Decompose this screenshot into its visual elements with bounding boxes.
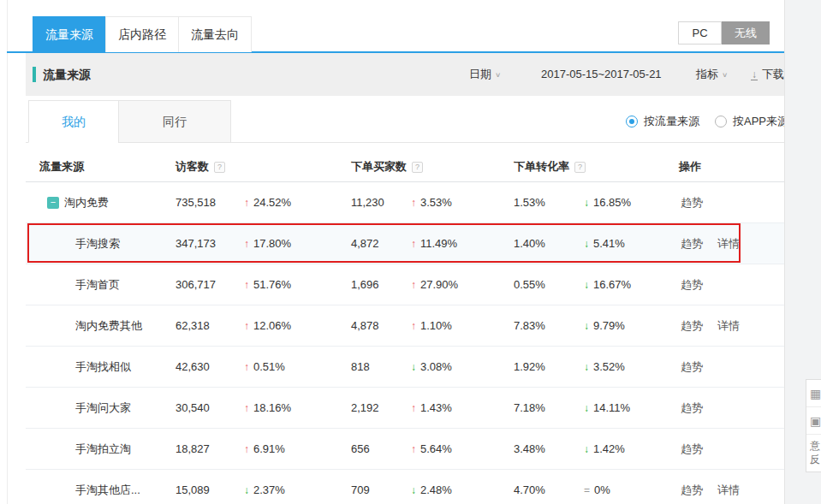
trend-link[interactable]: 趋势 (681, 483, 703, 496)
trend-arrow-icon: ↓ (584, 443, 589, 455)
trend-arrow-icon: ↓ (411, 361, 416, 373)
help-icon[interactable]: ? (574, 162, 586, 173)
tab-traffic-source[interactable]: 流量来源 (33, 16, 106, 52)
buyers-value: 4,872 (351, 223, 379, 264)
visitors-value: 18,827 (176, 429, 210, 470)
page-edge-divider (7, 0, 8, 504)
row-actions: 趋势 (681, 264, 717, 305)
buyers-delta: ↑1.43% (411, 388, 452, 429)
row-label: 手淘其他店... (75, 470, 140, 504)
buyers-delta: ↑5.64% (411, 429, 452, 470)
visitors-delta: ↑12.06% (244, 305, 291, 347)
trend-arrow-icon: ↑ (244, 402, 249, 414)
trend-link[interactable]: 趋势 (681, 319, 703, 332)
qr-code-icon[interactable]: ▦ (806, 380, 821, 407)
conversion-value: 7.18% (514, 388, 545, 429)
conversion-value: 1.92% (514, 347, 545, 388)
conversion-delta: ↓9.79% (584, 305, 625, 347)
visitors-value: 735,518 (176, 182, 216, 223)
tab-traffic-destination[interactable]: 流量去向 (178, 16, 252, 52)
conversion-delta: ↓14.11% (584, 388, 630, 429)
visitors-delta: ↓2.37% (244, 470, 285, 504)
buyers-delta: ↓3.08% (411, 347, 452, 388)
visitors-value: 347,173 (176, 223, 216, 264)
source-mode-radios: 按流量来源 按APP来源 (626, 100, 788, 143)
trend-link[interactable]: 趋势 (681, 442, 703, 455)
table-row: − 淘内免费 735,518 ↑24.52% 11,230 ↑3.53% 1.5… (26, 182, 784, 223)
trend-link[interactable]: 趋势 (681, 196, 703, 209)
row-actions: 趋势详情 (681, 305, 754, 347)
row-actions: 趋势 (681, 388, 717, 429)
download-button[interactable]: ↓下载 (751, 53, 784, 96)
trend-arrow-icon: ↑ (411, 197, 416, 209)
trend-arrow-icon: ↑ (411, 279, 416, 291)
feedback-label[interactable]: 意 反 (806, 435, 821, 471)
radio-icon (626, 116, 638, 127)
radio-by-app-source[interactable]: 按APP来源 (715, 114, 788, 129)
page-title: 流量来源 (43, 53, 91, 96)
col-traffic-source: 流量来源 (39, 157, 84, 176)
date-range[interactable]: 2017-05-15~2017-05-21 (541, 53, 662, 96)
primary-tab-bar: 流量来源 店内路径 流量去向 (33, 16, 252, 52)
detail-link[interactable]: 详情 (717, 319, 740, 332)
trend-link[interactable]: 趋势 (681, 278, 703, 291)
conversion-delta: ↓1.42% (584, 429, 625, 470)
view-tab-bar: 我的 同行 (28, 100, 231, 143)
trend-arrow-icon: ↑ (244, 443, 249, 455)
trend-arrow-icon: ↑ (244, 238, 249, 250)
feedback-widget: ▦ ▣ 意 反 (806, 379, 821, 472)
visitors-delta: ↑51.76% (244, 264, 291, 305)
conversion-value: 1.40% (514, 223, 545, 264)
visitors-delta: ↑18.16% (244, 388, 291, 429)
tab-instore-path[interactable]: 店内路径 (105, 16, 179, 52)
metric-dropdown[interactable]: 指标∨ (696, 53, 728, 97)
date-dropdown[interactable]: 日期∨ (469, 53, 501, 97)
visitors-value: 42,630 (176, 347, 210, 388)
highlight-box (27, 223, 741, 263)
trend-link[interactable]: 趋势 (681, 401, 703, 414)
trend-link[interactable]: 趋势 (681, 237, 703, 250)
trend-arrow-icon: ↑ (411, 320, 416, 332)
trend-arrow-icon: ↓ (244, 484, 249, 496)
trend-arrow-icon: = (584, 484, 590, 496)
row-label: 手淘拍立淘 (75, 429, 131, 470)
conversion-delta: ↓16.67% (584, 264, 631, 305)
collapse-icon[interactable]: − (47, 197, 59, 209)
row-actions: 趋势 (681, 429, 717, 470)
trend-arrow-icon: ↑ (411, 443, 416, 455)
chevron-down-icon: ∨ (722, 58, 728, 92)
row-label: 手淘搜索 (75, 223, 120, 264)
row-actions: 趋势 (681, 347, 717, 388)
detail-link[interactable]: 详情 (717, 237, 740, 250)
tab-mine[interactable]: 我的 (28, 100, 119, 143)
trend-arrow-icon: ↑ (244, 361, 249, 373)
buyers-value: 1,696 (351, 264, 379, 305)
radio-by-traffic-source[interactable]: 按流量来源 (626, 114, 699, 129)
conversion-delta: ↓5.41% (584, 223, 625, 264)
help-icon[interactable]: ? (214, 162, 225, 173)
buyers-delta: ↑3.53% (411, 182, 452, 223)
row-label: 手淘首页 (75, 264, 120, 305)
trend-arrow-icon: ↑ (411, 402, 416, 414)
toggle-pc[interactable]: PC (678, 21, 722, 44)
col-visitors: 访客数? (176, 157, 225, 176)
feedback-box-icon[interactable]: ▣ (806, 407, 821, 435)
buyers-value: 11,230 (351, 182, 384, 223)
tab-peers[interactable]: 同行 (118, 100, 231, 143)
buyers-value: 656 (351, 429, 370, 470)
toggle-wireless[interactable]: 无线 (722, 21, 770, 44)
trend-arrow-icon: ↑ (244, 320, 249, 332)
row-actions: 趋势 (681, 182, 717, 223)
help-icon[interactable]: ? (412, 162, 423, 173)
trend-arrow-icon: ↑ (411, 238, 416, 250)
visitors-value: 62,318 (176, 305, 210, 347)
detail-link[interactable]: 详情 (717, 483, 740, 496)
conversion-value: 3.48% (514, 429, 545, 470)
table-row: 淘内免费其他 62,318 ↑12.06% 4,878 ↑1.10% 7.83%… (26, 305, 784, 347)
trend-link[interactable]: 趋势 (681, 360, 703, 373)
table-row: 手淘问大家 30,540 ↑18.16% 2,192 ↑1.43% 7.18% … (26, 388, 784, 429)
visitors-delta: ↑6.91% (244, 429, 285, 470)
table-row: 手淘找相似 42,630 ↑0.51% 818 ↓3.08% 1.92% ↓3.… (26, 347, 784, 388)
table-body: − 淘内免费 735,518 ↑24.52% 11,230 ↑3.53% 1.5… (26, 182, 784, 504)
col-actions: 操作 (679, 157, 701, 176)
